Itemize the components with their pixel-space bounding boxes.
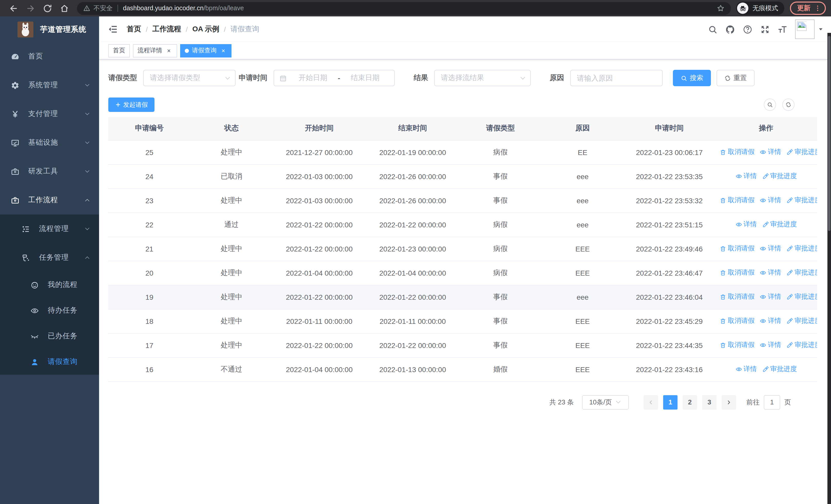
search-icon[interactable] bbox=[708, 24, 718, 34]
action-detail[interactable]: 详情 bbox=[735, 365, 757, 374]
sidebar-item-leave-query[interactable]: 请假查询 bbox=[0, 349, 99, 375]
reset-button[interactable]: 重置 bbox=[717, 70, 754, 86]
action-approval-progress[interactable]: 审批进度 bbox=[786, 196, 817, 205]
action-cancel-leave[interactable]: 取消请假 bbox=[720, 292, 754, 301]
sidebar-item-my-process[interactable]: 我的流程 bbox=[0, 272, 99, 298]
chevron-down-icon bbox=[84, 111, 90, 117]
tag-leave-query[interactable]: 请假查询 × bbox=[180, 44, 231, 57]
create-leave-button[interactable]: 发起请假 bbox=[108, 97, 154, 112]
cell-reason: EEE bbox=[542, 309, 624, 333]
action-cancel-leave[interactable]: 取消请假 bbox=[720, 340, 754, 350]
action-detail[interactable]: 详情 bbox=[760, 317, 781, 326]
action-detail[interactable]: 详情 bbox=[760, 292, 781, 301]
toggle-search-button[interactable] bbox=[764, 98, 776, 111]
address-bar[interactable]: 不安全 dashboard.yudao.iocoder.cn /bpm/oa/l… bbox=[77, 2, 731, 14]
chevron-down-icon bbox=[519, 75, 526, 81]
action-approval-progress[interactable]: 审批进度 bbox=[762, 220, 797, 229]
chevron-down-icon bbox=[84, 168, 90, 175]
avatar[interactable] bbox=[795, 20, 814, 39]
table-toolbar: 发起请假 bbox=[108, 97, 817, 112]
sidebar-item-payment-mgmt[interactable]: 支付管理 bbox=[0, 99, 99, 128]
breadcrumb-oa-example[interactable]: OA 示例 bbox=[193, 25, 220, 34]
reason-input[interactable] bbox=[570, 70, 663, 86]
col-actions: 操作 bbox=[715, 117, 817, 140]
cell-status: 处理中 bbox=[191, 237, 273, 261]
action-approval-progress[interactable]: 审批进度 bbox=[762, 172, 797, 181]
action-approval-progress[interactable]: 审批进度 bbox=[786, 244, 817, 253]
sidebar-item-process-mgmt[interactable]: 流程管理 bbox=[0, 214, 99, 243]
gauge-icon bbox=[11, 52, 20, 61]
cell-apply-id: 21 bbox=[108, 237, 191, 261]
fullscreen-icon[interactable] bbox=[760, 24, 770, 34]
leave-type-select[interactable]: 请选择请假类型 bbox=[143, 70, 236, 86]
browser-home-icon[interactable] bbox=[60, 3, 69, 13]
refresh-table-button[interactable] bbox=[782, 98, 795, 111]
cell-actions: 取消请假详情审批进度 bbox=[715, 285, 817, 309]
action-detail[interactable]: 详情 bbox=[735, 220, 757, 229]
sidebar-item-workflow[interactable]: 工作流程 bbox=[0, 186, 99, 214]
github-icon[interactable] bbox=[725, 24, 735, 34]
chrome-update-button[interactable]: 更新 bbox=[790, 2, 826, 15]
result-select[interactable]: 请选择流结果 bbox=[434, 70, 531, 86]
prev-page-button[interactable] bbox=[643, 395, 658, 409]
action-detail[interactable]: 详情 bbox=[760, 148, 781, 157]
help-icon[interactable] bbox=[743, 24, 752, 34]
trash-icon bbox=[720, 197, 726, 204]
next-page-button[interactable] bbox=[722, 395, 736, 409]
browser-menu-icon[interactable] bbox=[814, 5, 821, 12]
cell-status: 已取消 bbox=[191, 164, 273, 188]
search-button[interactable]: 搜索 bbox=[673, 70, 711, 86]
action-cancel-leave[interactable]: 取消请假 bbox=[720, 244, 754, 253]
page-button-2[interactable]: 2 bbox=[683, 395, 697, 409]
browser-reload-icon[interactable] bbox=[42, 3, 52, 13]
breadcrumb-workflow[interactable]: 工作流程 bbox=[152, 25, 181, 34]
action-cancel-leave[interactable]: 取消请假 bbox=[720, 317, 754, 326]
calendar-icon bbox=[279, 74, 287, 82]
sidebar-item-system-mgmt[interactable]: 系统管理 bbox=[0, 71, 99, 99]
sidebar-item-label: 我的流程 bbox=[48, 280, 78, 290]
cell-apply-id: 16 bbox=[108, 357, 191, 381]
action-approval-progress[interactable]: 审批进度 bbox=[762, 365, 797, 374]
sidebar-item-task-mgmt[interactable]: 任务管理 bbox=[0, 243, 99, 272]
tag-process-detail[interactable]: 流程详情 × bbox=[133, 44, 177, 57]
action-approval-progress[interactable]: 审批进度 bbox=[786, 292, 817, 301]
close-icon[interactable]: × bbox=[165, 47, 172, 54]
sidebar-item-infrastructure[interactable]: 基础设施 bbox=[0, 128, 99, 157]
action-detail[interactable]: 详情 bbox=[760, 196, 781, 205]
goto-page-input[interactable] bbox=[764, 395, 780, 409]
pen-icon bbox=[786, 342, 793, 349]
close-icon[interactable]: × bbox=[220, 47, 227, 54]
action-approval-progress[interactable]: 审批进度 bbox=[786, 148, 817, 157]
cell-reason: eee bbox=[542, 212, 624, 237]
page-button-3[interactable]: 3 bbox=[702, 395, 717, 409]
action-detail[interactable]: 详情 bbox=[760, 340, 781, 350]
action-approval-progress[interactable]: 审批进度 bbox=[786, 340, 817, 350]
browser-back-icon[interactable] bbox=[9, 3, 19, 13]
caret-down-icon[interactable] bbox=[818, 27, 823, 32]
sidebar-fold-icon[interactable] bbox=[108, 24, 118, 34]
tag-home[interactable]: 首页 bbox=[108, 44, 130, 57]
sidebar-item-dev-tools[interactable]: 研发工具 bbox=[0, 157, 99, 186]
action-cancel-leave[interactable]: 取消请假 bbox=[720, 196, 754, 205]
sidebar-item-todo-tasks[interactable]: 待办任务 bbox=[0, 298, 99, 323]
action-approval-progress[interactable]: 审批进度 bbox=[786, 268, 817, 277]
action-cancel-leave[interactable]: 取消请假 bbox=[720, 268, 754, 277]
page-size-select[interactable]: 10条/页 bbox=[582, 395, 629, 409]
action-detail[interactable]: 详情 bbox=[735, 172, 757, 181]
action-approval-progress[interactable]: 审批进度 bbox=[786, 317, 817, 326]
chevron-down-icon bbox=[224, 75, 231, 81]
action-detail[interactable]: 详情 bbox=[760, 244, 781, 253]
page-button-1[interactable]: 1 bbox=[663, 395, 678, 409]
browser-forward-icon[interactable] bbox=[26, 3, 35, 13]
action-detail[interactable]: 详情 bbox=[760, 268, 781, 277]
font-size-icon[interactable] bbox=[778, 24, 787, 34]
scrollbar-thumb[interactable] bbox=[828, 36, 830, 231]
action-cancel-leave[interactable]: 取消请假 bbox=[720, 148, 754, 157]
cell-actions: 取消请假详情审批进度 bbox=[715, 261, 817, 285]
apply-time-range-picker[interactable]: 开始日期 - 结束日期 bbox=[274, 70, 395, 86]
sidebar-item-home[interactable]: 首页 bbox=[0, 42, 99, 71]
sidebar-item-done-tasks[interactable]: 已办任务 bbox=[0, 323, 99, 349]
breadcrumb-home[interactable]: 首页 bbox=[127, 25, 141, 34]
bookmark-star-icon[interactable] bbox=[717, 4, 725, 12]
table-row: 21 处理中 2022-01-22 00:00:00 2022-01-23 00… bbox=[108, 237, 817, 261]
